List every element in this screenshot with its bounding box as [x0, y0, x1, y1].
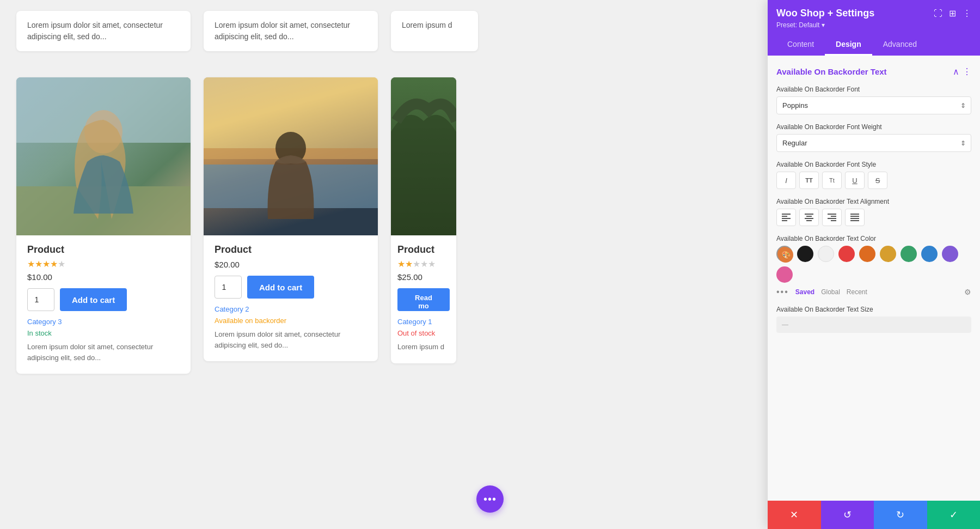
svg-rect-22 [850, 214, 859, 215]
redo-button[interactable]: ↻ [874, 501, 927, 529]
align-center-button[interactable] [799, 209, 819, 226]
product-card-2: Product $20.00 Add to cart Category 2 Av… [204, 77, 378, 361]
alignment-label: Available On Backorder Text Alignment [776, 198, 971, 205]
product-desc-2: Lorem ipsum dolor sit amet, consectetur … [215, 329, 367, 350]
color-tab-saved[interactable]: Saved [795, 288, 814, 296]
add-to-cart-button-1[interactable]: Add to cart [60, 288, 127, 311]
color-swatch-blue[interactable] [921, 246, 938, 262]
text-size-label: Available On Backorder Text Size [776, 306, 971, 313]
category-link-2[interactable]: Category 2 [215, 305, 367, 313]
color-tab-recent[interactable]: Recent [847, 288, 867, 296]
svg-rect-15 [806, 216, 812, 217]
expand-icon[interactable]: ⛶ [934, 9, 942, 19]
svg-rect-10 [782, 214, 791, 215]
top-text-3: Lorem ipsum d [402, 21, 452, 29]
svg-rect-13 [782, 220, 787, 221]
size-input-placeholder: — [782, 321, 788, 329]
svg-rect-14 [805, 214, 813, 215]
save-button[interactable]: ✓ [927, 501, 981, 529]
color-swatch-red[interactable] [838, 246, 855, 262]
product-desc-3: Lorem ipsum d [397, 342, 450, 352]
product-price-3: $25.00 [397, 272, 450, 282]
layout-icon[interactable]: ⊞ [949, 8, 956, 19]
font-family-row: Available On Backorder Font Poppins ⇕ [776, 86, 971, 114]
section-collapse-icon[interactable]: ∧ [953, 66, 959, 77]
svg-rect-20 [828, 218, 836, 219]
section-title: Available On Backorder Text [776, 67, 887, 76]
color-settings-icon[interactable]: ⚙ [964, 288, 971, 296]
text-color-row: Available On Backorder Text Color 🎨 [776, 235, 971, 297]
font-style-buttons: I TT Tt U S [776, 172, 971, 189]
color-swatch-green[interactable] [901, 246, 917, 262]
style-underline-button[interactable]: U [845, 172, 865, 189]
font-style-label: Available On Backorder Font Style [776, 161, 971, 168]
top-text-card-2: Lorem ipsum dolor sit amet, consectetur … [204, 11, 378, 51]
undo-button[interactable]: ↺ [821, 501, 874, 529]
add-to-cart-button-2[interactable]: Add to cart [247, 276, 314, 299]
align-right-button[interactable] [822, 209, 842, 226]
product-price-1: $10.00 [27, 272, 180, 282]
color-label: Available On Backorder Text Color [776, 235, 971, 242]
font-family-select[interactable]: Poppins [776, 96, 971, 114]
add-to-cart-row-1: Add to cart [27, 288, 180, 311]
color-swatch-yellow[interactable] [880, 246, 896, 262]
alignment-buttons [776, 209, 971, 226]
color-tabs-row: ••• Saved Global Recent ⚙ [776, 287, 971, 297]
fab-button[interactable]: ••• [476, 485, 504, 513]
section-more-icon[interactable]: ⋮ [963, 66, 971, 77]
tab-content[interactable]: Content [776, 34, 825, 56]
quantity-input-1[interactable] [27, 288, 54, 311]
more-options-icon[interactable]: ⋮ [963, 8, 971, 19]
align-justify-button[interactable] [845, 209, 865, 226]
product-name-2: Product [215, 244, 367, 256]
tab-advanced[interactable]: Advanced [872, 34, 928, 56]
product-card-1: Product ★★★★★ $10.00 Add to cart Categor… [16, 77, 191, 374]
panel-body: Available On Backorder Text ∧ ⋮ Availabl… [768, 56, 980, 501]
top-text-2: Lorem ipsum dolor sit amet, consectetur … [215, 21, 350, 41]
stock-status-1: In stock [27, 329, 180, 337]
panel-preset[interactable]: Preset: Default ▾ [776, 21, 971, 29]
style-italic-button[interactable]: I [776, 172, 796, 189]
panel-header: Woo Shop + Settings ⛶ ⊞ ⋮ Preset: Defaul… [768, 0, 980, 56]
align-left-button[interactable] [776, 209, 796, 226]
quantity-input-2[interactable] [215, 276, 242, 299]
font-weight-select[interactable]: Regular [776, 134, 971, 152]
style-capitalize-button[interactable]: Tt [822, 172, 842, 189]
font-weight-label: Available On Backorder Font Weight [776, 123, 971, 131]
color-tab-global[interactable]: Global [821, 288, 840, 296]
category-link-3[interactable]: Category 1 [397, 318, 450, 326]
read-more-button-3[interactable]: Read mo [397, 288, 450, 311]
product-stars-3: ★★★★★ [397, 259, 450, 269]
svg-text:🎨: 🎨 [781, 251, 791, 260]
svg-rect-16 [805, 218, 813, 219]
svg-rect-24 [850, 218, 859, 219]
tab-design[interactable]: Design [825, 34, 872, 56]
style-uppercase-button[interactable]: TT [799, 172, 819, 189]
product-image-2 [204, 77, 378, 235]
add-to-cart-row-2: Add to cart [215, 276, 367, 299]
fab-icon: ••• [483, 493, 497, 506]
product-image-1 [16, 77, 191, 235]
panel-tabs: Content Design Advanced [776, 34, 971, 56]
product-card-3: Product ★★★★★ $25.00 Read mo Category 1 … [391, 77, 456, 363]
style-strikethrough-button[interactable]: S [868, 172, 887, 189]
color-swatch-pink[interactable] [776, 266, 793, 283]
cancel-button[interactable]: ✕ [768, 501, 821, 529]
color-more-icon[interactable]: ••• [776, 287, 789, 297]
category-link-1[interactable]: Category 3 [27, 318, 180, 326]
color-swatch-orange[interactable] [859, 246, 875, 262]
top-text-card-1: Lorem ipsum dolor sit amet, consectetur … [16, 11, 191, 51]
color-swatch-black[interactable] [797, 246, 813, 262]
stock-status-3: Out of stock [397, 329, 450, 337]
product-stars-1: ★★★★★ [27, 259, 180, 269]
font-style-row: Available On Backorder Font Style I TT T… [776, 161, 971, 189]
color-swatch-custom[interactable]: 🎨 [776, 246, 793, 262]
color-swatch-purple[interactable] [942, 246, 958, 262]
stock-status-2: Available on backorder [215, 317, 367, 325]
color-swatch-white[interactable] [818, 246, 834, 262]
product-name-1: Product [27, 244, 180, 256]
product-image-svg-3 [391, 77, 456, 235]
svg-rect-18 [828, 214, 836, 215]
product-image-svg-1 [16, 77, 191, 235]
color-swatches: 🎨 [776, 246, 971, 283]
